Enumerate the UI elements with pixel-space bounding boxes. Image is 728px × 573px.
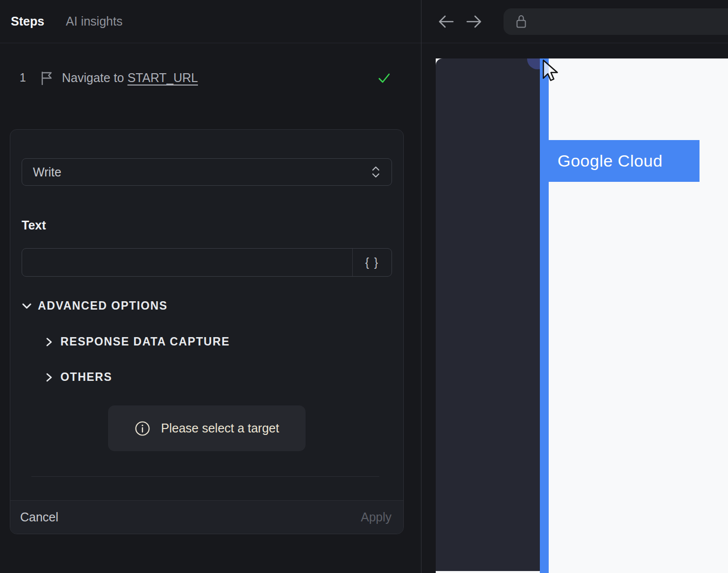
step-label: Navigate to START_URL xyxy=(62,71,198,85)
browser-toolbar xyxy=(421,0,728,43)
left-topbar: Steps AI insights xyxy=(0,0,421,43)
highlight-blue-bar xyxy=(540,58,549,573)
action-select[interactable]: Write xyxy=(22,158,392,186)
select-target-text: Please select a target xyxy=(161,421,279,435)
step-editor-card: Write Text { } ADVANCED OPTIONS xyxy=(10,129,404,534)
app-window: Steps AI insights 1 Navigate to START_UR… xyxy=(0,0,728,573)
step-target-link[interactable]: START_URL xyxy=(127,71,198,85)
mouse-cursor-icon xyxy=(540,59,560,83)
chevron-right-icon xyxy=(45,338,54,346)
text-input[interactable] xyxy=(22,249,352,276)
select-target-notice: Please select a target xyxy=(108,405,306,451)
editor-footer: Cancel Apply xyxy=(10,500,403,534)
others-label: OTHERS xyxy=(60,371,112,384)
tab-steps[interactable]: Steps xyxy=(11,14,44,29)
advanced-options-label: ADVANCED OPTIONS xyxy=(38,299,168,313)
browser-viewport: Google Cloud xyxy=(436,58,728,573)
step-item[interactable]: 1 Navigate to START_URL xyxy=(0,71,421,85)
google-cloud-banner[interactable]: Google Cloud xyxy=(549,140,700,182)
page-dark-sidebar[interactable] xyxy=(436,58,540,571)
tab-ai-insights[interactable]: AI insights xyxy=(66,14,122,29)
response-data-capture-toggle[interactable]: RESPONSE DATA CAPTURE xyxy=(45,335,392,348)
text-input-group: { } xyxy=(22,248,392,277)
apply-button[interactable]: Apply xyxy=(361,510,392,524)
chevron-down-icon xyxy=(22,301,32,311)
steps-pane: Steps AI insights 1 Navigate to START_UR… xyxy=(0,0,421,573)
others-toggle[interactable]: OTHERS xyxy=(45,371,392,384)
action-select-value: Write xyxy=(33,165,371,179)
check-icon xyxy=(377,71,391,85)
response-data-capture-label: RESPONSE DATA CAPTURE xyxy=(60,335,230,348)
lock-icon xyxy=(515,14,527,29)
unfold-more-icon xyxy=(371,166,381,178)
flag-icon xyxy=(40,71,53,85)
text-field-label: Text xyxy=(22,218,392,232)
advanced-options-toggle[interactable]: ADVANCED OPTIONS xyxy=(22,299,392,313)
info-icon xyxy=(135,421,150,436)
url-bar[interactable] xyxy=(504,8,728,35)
back-arrow-icon[interactable] xyxy=(438,14,454,29)
footer-divider xyxy=(31,476,379,477)
variables-braces-button[interactable]: { } xyxy=(352,249,392,276)
google-cloud-label: Google Cloud xyxy=(558,151,663,171)
forward-arrow-icon[interactable] xyxy=(466,14,482,29)
cancel-button[interactable]: Cancel xyxy=(20,510,58,524)
browser-pane: Google Cloud xyxy=(421,0,728,573)
chevron-right-icon xyxy=(45,373,54,382)
step-number: 1 xyxy=(20,71,40,85)
